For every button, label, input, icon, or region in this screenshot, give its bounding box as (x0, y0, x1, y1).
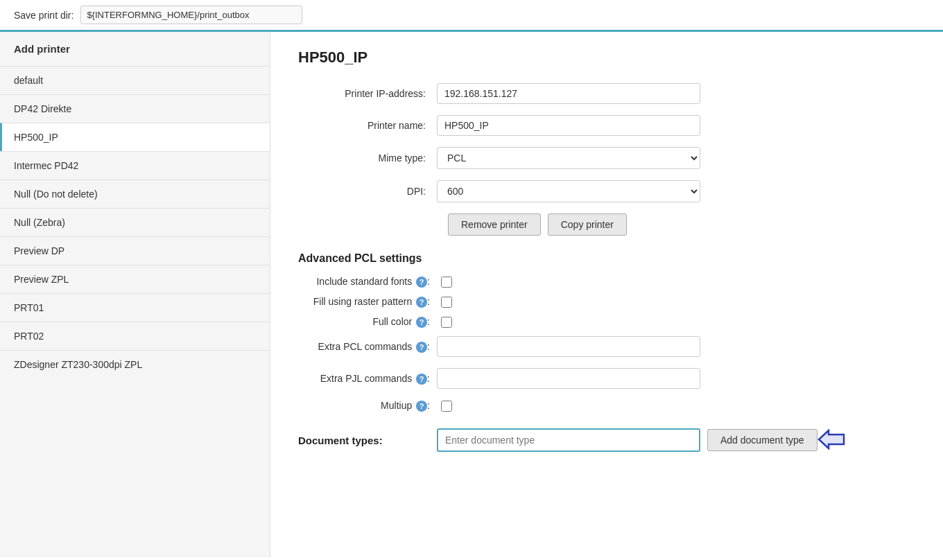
full-color-checkbox[interactable] (441, 317, 452, 328)
sidebar-item-zdesigner-zt230[interactable]: ZDesigner ZT230-300dpi ZPL (0, 350, 270, 378)
sidebar-item-hp500-ip[interactable]: HP500_IP (0, 123, 270, 151)
dpi-select[interactable]: 600 300 150 72 (437, 180, 700, 202)
extra-pjl-row: Extra PJL commands ?: (298, 368, 915, 389)
include-std-fonts-row: Include standard fonts ?: (298, 276, 915, 288)
sidebar-item-default[interactable]: default (0, 66, 270, 94)
fill-raster-help-icon[interactable]: ? (416, 297, 427, 308)
copy-printer-button[interactable]: Copy printer (548, 213, 627, 236)
extra-pcl-input[interactable] (437, 336, 700, 357)
full-color-help-icon[interactable]: ? (416, 317, 427, 328)
extra-pcl-label: Extra PCL commands ?: (298, 341, 437, 353)
extra-pcl-row: Extra PCL commands ?: (298, 336, 915, 357)
multiup-checkbox[interactable] (441, 401, 452, 412)
sidebar-item-null-do-not-delete[interactable]: Null (Do not delete) (0, 180, 270, 208)
content-area: HP500_IP Printer IP-address: Printer nam… (270, 32, 943, 557)
include-std-fonts-help-icon[interactable]: ? (416, 277, 427, 288)
document-types-row: Document types: Add document type (298, 428, 915, 459)
full-color-label: Full color ?: (298, 316, 437, 328)
sidebar-item-prt02[interactable]: PRT02 (0, 322, 270, 350)
mime-type-select[interactable]: PCL PostScript ZPL PDF (437, 147, 700, 169)
advanced-section-title: Advanced PCL settings (298, 252, 915, 265)
mime-type-row: Mime type: PCL PostScript ZPL PDF (298, 147, 915, 169)
ip-address-row: Printer IP-address: (298, 83, 915, 104)
dpi-label: DPI: (298, 186, 437, 197)
sidebar-item-null-zebra[interactable]: Null (Zebra) (0, 208, 270, 236)
mime-type-label: Mime type: (298, 152, 437, 164)
main-layout: Add printer defaultDP42 DirekteHP500_IPI… (0, 32, 943, 557)
include-std-fonts-checkbox[interactable] (441, 277, 452, 288)
save-print-dir-input[interactable] (80, 6, 302, 24)
ip-address-label: Printer IP-address: (298, 88, 437, 99)
svg-marker-1 (819, 430, 844, 448)
ip-address-input[interactable] (437, 83, 700, 104)
extra-pcl-help-icon[interactable]: ? (416, 342, 427, 353)
fill-raster-row: Fill using raster pattern ?: (298, 296, 915, 308)
arrow-left-icon (817, 429, 845, 452)
multiup-label: Multiup ?: (298, 400, 437, 412)
add-document-type-button[interactable]: Add document type (707, 429, 817, 451)
printer-name-label: Printer name: (298, 120, 437, 131)
printer-name-input[interactable] (437, 115, 700, 136)
fill-raster-label: Fill using raster pattern ?: (298, 296, 437, 308)
top-bar: Save print dir: (0, 0, 943, 32)
full-color-row: Full color ?: (298, 316, 915, 328)
extra-pjl-label: Extra PJL commands ?: (298, 373, 437, 385)
include-std-fonts-label: Include standard fonts ?: (298, 276, 437, 288)
dpi-row: DPI: 600 300 150 72 (298, 180, 915, 202)
printer-name-row: Printer name: (298, 115, 915, 136)
multiup-help-icon[interactable]: ? (416, 401, 427, 412)
action-buttons-row: Remove printer Copy printer (298, 213, 915, 236)
sidebar-item-preview-dp[interactable]: Preview DP (0, 236, 270, 265)
save-print-dir-label: Save print dir: (14, 10, 73, 21)
multiup-row: Multiup ?: (298, 400, 915, 412)
printer-title: HP500_IP (298, 49, 915, 67)
sidebar-item-preview-zpl[interactable]: Preview ZPL (0, 265, 270, 293)
sidebar-item-dp42-direkte[interactable]: DP42 Direkte (0, 94, 270, 123)
document-type-input[interactable] (437, 428, 700, 452)
extra-pjl-input[interactable] (437, 368, 700, 389)
document-types-label: Document types: (298, 435, 437, 446)
extra-pjl-help-icon[interactable]: ? (416, 374, 427, 385)
remove-printer-button[interactable]: Remove printer (448, 213, 541, 236)
sidebar-item-prt01[interactable]: PRT01 (0, 293, 270, 322)
fill-raster-checkbox[interactable] (441, 297, 452, 308)
add-printer-button[interactable]: Add printer (0, 32, 270, 66)
sidebar-item-intermec-pd42[interactable]: Intermec PD42 (0, 151, 270, 180)
sidebar: Add printer defaultDP42 DirekteHP500_IPI… (0, 32, 270, 557)
